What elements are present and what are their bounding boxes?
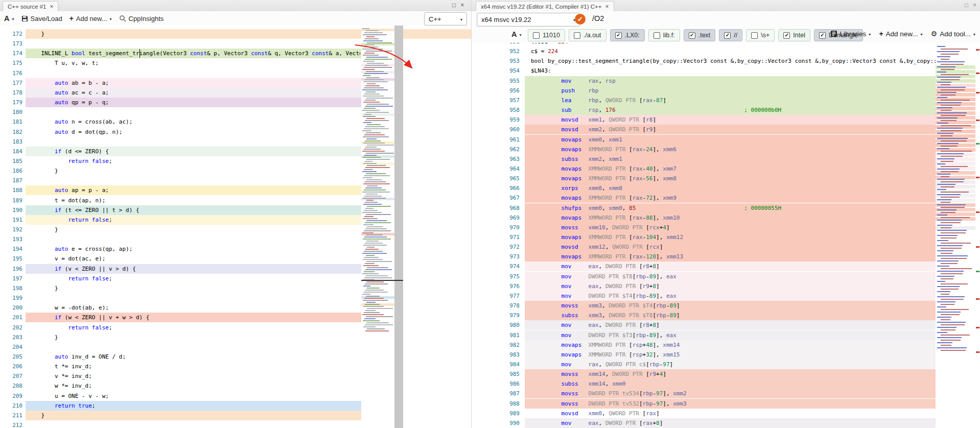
asm-code-text[interactable]: movss xmm14, DWORD PTR [r9+4] (531, 369, 936, 379)
source-code-text[interactable]: return true; (28, 401, 360, 411)
asm-code-text[interactable]: mov eax, DWORD PTR [r9+8] (531, 281, 936, 291)
asm-code-text[interactable]: movaps XMMWORD PTR [rax-24], xmm6 (531, 145, 936, 154)
asm-line[interactable]: 990 mov eax, DWORD PTR [rax+8] (472, 418, 980, 428)
asm-code-text[interactable]: movss DWORD PTR tv532[rbp-97], xmm3 (531, 399, 936, 409)
asm-code-text[interactable]: shufps xmm0, xmm0, 85 ; 00000055H (531, 203, 936, 213)
asm-code-text[interactable]: movaps XMMWORD PTR [rax-40], xmm7 (531, 164, 936, 174)
asm-code-text[interactable]: subss xmm2, xmm1 (531, 154, 936, 164)
asm-code-text[interactable]: movss xmm10, DWORD PTR [rcx+4] (531, 223, 936, 232)
asm-code-text[interactable]: movsd xmm0, QWORD PTR [rax] (531, 409, 936, 418)
filter-toggle--[interactable]: ✓// (719, 29, 742, 41)
asm-line[interactable]: 984 mov rax, QWORD PTR c$[rbp-97] (472, 360, 980, 369)
asm-line[interactable]: 956 push rbp (472, 86, 980, 96)
asm-line[interactable]: 965 movaps XMMWORD PTR [rax-56], xmm8 (472, 174, 980, 183)
asm-line[interactable]: 951tv931 = 224 (472, 43, 980, 46)
asm-line[interactable]: 986 subss xmm14, xmm0 (472, 379, 980, 389)
source-code-text[interactable]: if (t <= ZERO || t > d) { (28, 205, 360, 215)
asm-code-text[interactable]: c$ = 224 (531, 46, 936, 56)
asm-line[interactable]: 966 xorps xmm8, xmm8 (472, 183, 980, 193)
asm-line[interactable]: 961 movaps xmm0, xmm1 (472, 135, 980, 145)
add-new-button[interactable]: + Add new... ▾ (879, 30, 922, 38)
add-tool-button[interactable]: ⚙ Add tool... ▾ (931, 30, 975, 38)
tab-close-icon[interactable]: × (605, 3, 609, 10)
asm-code-text[interactable]: movaps XMMWORD PTR [rsp+32], xmm15 (531, 350, 936, 360)
asm-line[interactable]: 982 movaps XMMWORD PTR [rsp+48], xmm14 (472, 340, 980, 350)
asm-line[interactable]: 963 subss xmm2, xmm1 (472, 154, 980, 164)
asm-line[interactable]: 955 mov rax, rsp (472, 76, 980, 86)
asm-line[interactable]: 959 movsd xmm1, QWORD PTR [r8] (472, 115, 980, 125)
asm-code-text[interactable]: mov DWORD PTR $T4[rbp-89], eax (531, 291, 936, 301)
asm-line[interactable]: 975 mov DWORD PTR $T8[rbp-89], eax (472, 272, 980, 281)
asm-line[interactable]: 962 movaps XMMWORD PTR [rax-24], xmm6 (472, 145, 980, 154)
source-code-text[interactable]: t *= inv_d; (28, 362, 360, 371)
asm-line[interactable]: 968 shufps xmm0, xmm0, 85 ; 00000055H (472, 203, 980, 213)
add-new-button[interactable]: + Add new... ▾ (69, 14, 112, 22)
source-code-text[interactable]: T u, v, w, t; (28, 58, 360, 68)
asm-code-text[interactable]: sub rsp, 176 ; 000000b0H (531, 105, 936, 115)
tab-cpp-source[interactable]: C++ source #1 × (3, 1, 58, 11)
asm-code-text[interactable]: movsd xmm1, QWORD PTR [r8] (531, 115, 936, 125)
source-code-text[interactable]: } (28, 225, 360, 234)
asm-code-text[interactable]: movaps XMMWORD PTR [rax-88], xmm10 (531, 213, 936, 223)
asm-code-text[interactable]: movss DWORD PTR tv534[rbp-97], xmm2 (531, 389, 936, 398)
asm-line[interactable]: 977 mov DWORD PTR $T4[rbp-89], eax (472, 291, 980, 301)
save-load-button[interactable]: Save/Load (21, 15, 62, 22)
asm-code-text[interactable]: bool by_copy::test_segment_triangle(by_c… (531, 56, 936, 66)
font-size-button[interactable]: A ▾ (511, 30, 522, 38)
filter-toggle-lib-f-[interactable]: lib.f: (648, 29, 680, 41)
asm-line[interactable]: 974 mov eax, DWORD PTR [r8+8] (472, 261, 980, 271)
source-code-text[interactable]: v = dot(ac, e); (28, 254, 360, 264)
compiler-options-input[interactable]: /O2 (592, 14, 899, 25)
maximize-icon[interactable]: □ (452, 2, 456, 9)
asm-code-text[interactable]: tv931 = 224 (531, 43, 936, 46)
filter-toggle--lx0-[interactable]: ✓.LX0: (610, 29, 645, 41)
source-code-text[interactable]: auto ab = b - a; (28, 78, 360, 88)
asm-line[interactable]: 988 movss DWORD PTR tv532[rbp-97], xmm3 (472, 399, 980, 409)
asm-code-text[interactable]: mov eax, DWORD PTR [rax+8] (531, 418, 936, 428)
asm-line[interactable]: 960 movsd xmm2, QWORD PTR [r9] (472, 125, 980, 134)
asm-line[interactable]: 981 mov DWORD PTR $T3[rbp-89], eax (472, 330, 980, 340)
asm-code-text[interactable]: mov DWORD PTR $T3[rbp-89], eax (531, 330, 936, 340)
source-minimap[interactable] (361, 26, 394, 428)
asm-code-text[interactable]: mov eax, DWORD PTR [r8+8] (531, 320, 936, 330)
asm-line[interactable]: 957 lea rbp, QWORD PTR [rax-87] (472, 96, 980, 105)
asm-line[interactable]: 958 sub rsp, 176 ; 000000b0H (472, 105, 980, 115)
asm-code-text[interactable]: mov rax, rsp (531, 76, 936, 86)
asm-editor[interactable]: 951tv931 = 224952c$ = 224953bool by_copy… (472, 43, 980, 428)
asm-line[interactable]: 954$LN43: (472, 66, 980, 76)
asm-code-text[interactable]: movsd xmm2, QWORD PTR [r9] (531, 125, 936, 134)
tab-close-icon[interactable]: × (50, 3, 53, 10)
source-code-text[interactable]: auto ap = p - a; (28, 185, 360, 195)
source-code-text[interactable]: return false; (28, 156, 360, 166)
maximize-icon[interactable]: □ (965, 2, 968, 9)
asm-code-text[interactable]: movsd xmm12, QWORD PTR [rcx] (531, 242, 936, 252)
asm-line[interactable]: 980 mov eax, DWORD PTR [r8+8] (472, 320, 980, 330)
source-code-text[interactable]: } (28, 283, 360, 293)
source-code-text[interactable]: } (28, 411, 360, 420)
asm-code-text[interactable]: movaps XMMWORD PTR [rax-104], xmm12 (531, 232, 936, 242)
asm-code-text[interactable]: mov rax, QWORD PTR c$[rbp-97] (531, 360, 936, 369)
source-code-text[interactable]: } (28, 29, 360, 39)
asm-line[interactable]: 985 movss xmm14, DWORD PTR [r9+4] (472, 369, 980, 379)
asm-line[interactable]: 983 movaps XMMWORD PTR [rsp+32], xmm15 (472, 350, 980, 360)
asm-code-text[interactable]: push rbp (531, 86, 936, 96)
source-code-text[interactable]: return false; (28, 215, 360, 225)
filter-toggle--a-out[interactable]: ./a.out (569, 29, 606, 41)
libraries-button[interactable]: Libraries ▾ (830, 30, 871, 38)
source-code-text[interactable]: auto d = dot(qp, n); (28, 127, 360, 137)
asm-line[interactable]: 989 movsd xmm0, QWORD PTR [rax] (472, 409, 980, 418)
font-size-button[interactable]: A ▾ (4, 14, 14, 22)
asm-code-text[interactable]: subss xmm3, DWORD PTR $T8[rbp-89] (531, 311, 936, 320)
source-code-text[interactable]: return false; (28, 274, 360, 283)
asm-line[interactable]: 973 movaps XMMWORD PTR [rax-120], xmm13 (472, 252, 980, 261)
asm-code-text[interactable]: movss xmm3, DWORD PTR $T4[rbp-89] (531, 301, 936, 311)
asm-line[interactable]: 964 movaps XMMWORD PTR [rax-40], xmm7 (472, 164, 980, 174)
asm-code-text[interactable]: mov eax, DWORD PTR [r8+8] (531, 261, 936, 271)
asm-code-text[interactable]: movaps XMMWORD PTR [rax-72], xmm9 (531, 193, 936, 203)
source-code-text[interactable]: auto e = cross(qp, ap); (28, 244, 360, 254)
asm-line[interactable]: 967 movaps XMMWORD PTR [rax-72], xmm9 (472, 193, 980, 203)
source-code-text[interactable]: if (v < ZERO || v > d) { (28, 264, 360, 274)
source-code-text[interactable]: return false; (28, 323, 360, 332)
source-code-text[interactable]: auto n = cross(ab, ac); (28, 117, 360, 127)
source-code-text[interactable]: auto qp = p - q; (28, 98, 360, 107)
